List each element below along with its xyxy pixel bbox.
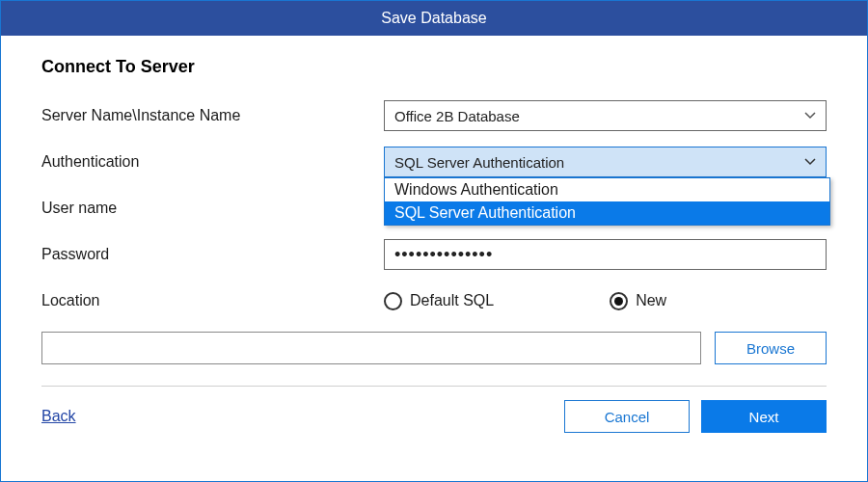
dialog-footer: Back Cancel Next [41,387,827,448]
server-name-select[interactable]: Office 2B Database [384,100,827,131]
label-username: User name [41,200,384,217]
radio-icon [610,292,628,310]
row-location-path: Browse [41,332,827,364]
label-server-name: Server Name\Instance Name [41,107,384,124]
cancel-button[interactable]: Cancel [564,400,690,433]
authentication-select[interactable]: SQL Server Authentication [384,147,827,177]
password-masked: •••••••••••••• [394,245,493,265]
radio-label-new: New [636,292,666,309]
chevron-down-icon [804,158,816,166]
back-link[interactable]: Back [41,408,76,425]
location-path-input[interactable] [41,332,701,364]
authentication-value: SQL Server Authentication [394,154,564,171]
save-database-dialog: Save Database Connect To Server Server N… [0,0,868,482]
authentication-control: SQL Server Authentication Windows Authen… [384,147,827,177]
radio-default-sql[interactable]: Default SQL [384,292,494,310]
dialog-content: Connect To Server Server Name\Instance N… [1,36,867,481]
dialog-title: Save Database [381,10,486,26]
auth-option-sqlserver[interactable]: SQL Server Authentication [385,201,829,225]
authentication-dropdown: Windows Authentication SQL Server Authen… [384,177,830,226]
chevron-down-icon [804,112,816,120]
section-title: Connect To Server [41,57,827,77]
row-authentication: Authentication SQL Server Authentication… [41,147,827,177]
row-server-name: Server Name\Instance Name Office 2B Data… [41,100,827,131]
auth-option-windows[interactable]: Windows Authentication [385,178,829,201]
browse-button[interactable]: Browse [715,332,827,364]
label-location: Location [41,292,384,309]
radio-label-default: Default SQL [410,292,494,309]
row-password: Password •••••••••••••• [41,239,827,270]
radio-icon [384,292,402,310]
password-input[interactable]: •••••••••••••• [384,239,827,270]
label-authentication: Authentication [41,153,384,171]
radio-new[interactable]: New [610,292,666,310]
next-button[interactable]: Next [701,400,827,433]
location-radio-group: Default SQL New [384,292,827,310]
password-control: •••••••••••••• [384,239,827,270]
label-password: Password [41,246,384,263]
dialog-titlebar: Save Database [1,1,867,36]
server-name-control: Office 2B Database [384,100,827,131]
server-name-value: Office 2B Database [394,108,520,124]
row-location: Location Default SQL New [41,285,827,316]
